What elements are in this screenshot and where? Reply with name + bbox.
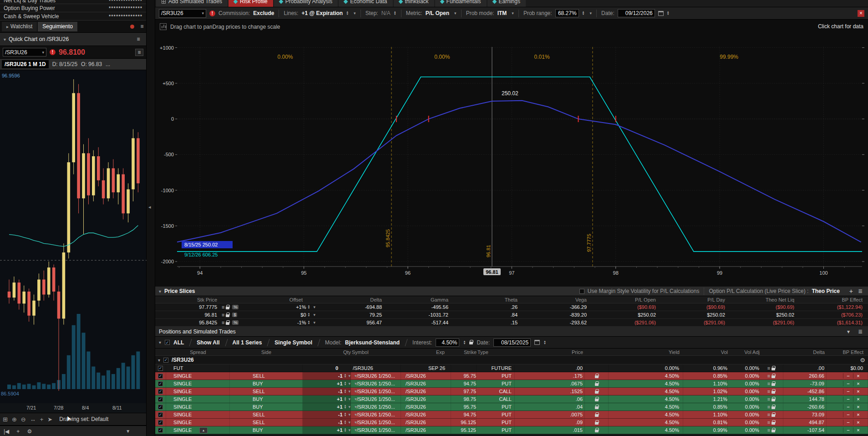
metric-value[interactable]: P/L Open [426, 10, 449, 16]
lock-icon[interactable] [595, 430, 599, 432]
collapse-icon[interactable]: ▾ [844, 328, 853, 335]
offset-mode-badge[interactable]: $ [232, 313, 237, 317]
interest-input[interactable]: 4.50% [436, 339, 459, 347]
cell-price[interactable]: .09 [515, 419, 585, 426]
cell-vol-adj[interactable]: 0.00% [728, 403, 760, 410]
chart-more-label[interactable]: ... [106, 61, 110, 67]
position-row[interactable]: ✓SINGLESELL-1▲▼▾▾/SR3U26 1/250.../SR3U26… [155, 419, 868, 426]
remove-row-button[interactable]: × [853, 412, 863, 417]
cell-offset[interactable]: $0▲▼▾ [246, 311, 319, 318]
qty-stepper[interactable]: ▲▼ [344, 389, 347, 394]
model-value[interactable]: Bjerksund-Stensland [345, 339, 400, 346]
collapse-row-button[interactable]: − [843, 373, 853, 379]
menu-icon[interactable]: ≡ [767, 420, 770, 425]
tab-earnings[interactable]: Earnings [487, 0, 526, 7]
position-row[interactable]: ✓SINGLESELL-1▲▼▾▾/SR3U26 1/250.../SR3U26… [155, 372, 868, 380]
position-row[interactable]: ✓SINGLEBUY+1▲▼▾▾/SR3U26 1/250.../SR3U269… [155, 380, 868, 388]
lock-icon[interactable] [772, 414, 775, 417]
chevron-down-icon[interactable]: ▾ [159, 340, 161, 345]
position-row[interactable]: ✓FUT0/SR3U26SEP 26FUTURE.000.00%0.96%0.0… [155, 364, 868, 372]
symbol-select[interactable]: /SR3U26 ▾ [159, 9, 206, 18]
collapse-row-button[interactable]: − [843, 389, 853, 394]
cell-price[interactable]: .0675 [515, 380, 585, 387]
gear-icon[interactable]: ⚙ [27, 428, 32, 435]
cell-qty[interactable]: +1▲▼▾ [303, 395, 351, 403]
offset-stepper[interactable]: ▲▼ [308, 313, 310, 317]
tab-fundamentals[interactable]: Fundamentals [435, 0, 487, 7]
cell-offset[interactable]: +1%▲▼▾ [246, 303, 319, 311]
collapse-row-button[interactable]: − [843, 396, 853, 402]
calendar-icon[interactable] [658, 11, 664, 16]
cell-offset[interactable]: -1%▲▼▾ [246, 319, 319, 326]
row-checkbox[interactable]: ✓ [158, 389, 163, 394]
chevron-down-icon[interactable]: ▾ [348, 374, 350, 378]
prob-mode-value[interactable]: ITM [497, 10, 507, 16]
lock-icon[interactable] [226, 322, 229, 325]
tab-probability-analysis[interactable]: Probability Analysis [274, 0, 338, 7]
offset-mode-badge[interactable]: % [232, 305, 239, 309]
cell-price[interactable]: .04 [515, 403, 585, 410]
collapse-row-button[interactable]: − [843, 404, 853, 410]
lock-icon[interactable] [772, 422, 775, 425]
menu-icon[interactable]: ≡ [222, 312, 224, 318]
cell-symbol[interactable]: ▾/SR3U26 1/250... [351, 411, 401, 418]
crosshair-icon[interactable]: + [40, 416, 44, 423]
lines-value[interactable]: +1 @ Expiration [301, 10, 343, 16]
lock-icon[interactable] [595, 391, 599, 394]
positions-menu-icon[interactable]: ≣ [856, 328, 864, 335]
gear-icon[interactable]: ⚙ [860, 357, 865, 364]
cell-price[interactable]: .015 [515, 426, 585, 434]
warning-icon[interactable]: ! [50, 49, 56, 55]
cell-vol-adj[interactable]: 0.00% [728, 364, 760, 372]
lock-icon[interactable] [772, 375, 775, 378]
cell-vol-adj[interactable]: 0.00% [728, 411, 760, 418]
interest-stepper[interactable]: ▲▼ [463, 340, 466, 345]
menu-icon[interactable]: ≡ [767, 381, 770, 386]
step-stepper[interactable]: ▲▼ [394, 11, 396, 15]
row-checkbox[interactable]: ✓ [158, 420, 163, 425]
menu-icon[interactable]: ≡ [767, 412, 770, 417]
cell-vol-adj[interactable]: 0.00% [728, 395, 760, 403]
lock-icon[interactable] [226, 314, 229, 317]
remove-row-button[interactable]: × [853, 404, 863, 410]
cell-vol-adj[interactable]: 0.00% [728, 419, 760, 426]
add-icon[interactable]: + [16, 428, 20, 435]
row-checkbox[interactable]: ✓ [158, 405, 163, 410]
position-row[interactable]: ✓SINGLESELL-1▲▼▾▾/SR3U26 1/250.../SR3U26… [155, 388, 868, 395]
menu-icon[interactable]: ≡ [767, 427, 770, 433]
risk-profile-chart[interactable]: 95.842596.8197.77750.00%0.00%0.01%99.99%… [155, 20, 868, 287]
position-row[interactable]: ✓SINGLEBUY+1▲▼▾▾/SR3U26 1/250.../SR3U269… [155, 403, 868, 411]
filter-show-all[interactable]: Show All [197, 339, 219, 346]
chevron-down-icon[interactable]: ▾ [454, 11, 457, 15]
lock-icon[interactable] [772, 399, 775, 401]
lock-icon[interactable] [772, 391, 775, 394]
chevron-down-icon[interactable]: ▾ [348, 405, 350, 409]
row-checkbox[interactable]: ✓ [158, 374, 163, 379]
menu-icon[interactable]: ≡ [767, 389, 770, 394]
pointer-icon[interactable]: ➤ [47, 416, 52, 423]
tab-seguimiento[interactable]: Seguimiento [38, 22, 77, 31]
margin-style-checkbox[interactable] [579, 289, 584, 294]
prob-range-stepper[interactable]: ▲▼ [582, 11, 585, 15]
slices-menu-icon[interactable]: ≣ [856, 287, 864, 295]
row-checkbox[interactable]: ✓ [158, 428, 163, 433]
chevron-down-icon[interactable]: ▾ [158, 358, 160, 363]
row-checkbox[interactable]: ✓ [158, 397, 163, 402]
pl-chart-svg[interactable]: 95.842596.8197.77750.00%0.00%0.01%99.99%… [155, 20, 868, 287]
position-row[interactable]: ✓SINGLEBUY+1▲▼▾▾/SR3U26 1/250.../SR3U269… [155, 426, 868, 434]
filter-series[interactable]: All 1 Series [233, 339, 262, 346]
cell-symbol[interactable]: /SR3U26 [351, 364, 401, 372]
positions-date-stepper[interactable]: ▲▼ [543, 340, 546, 345]
cell-symbol[interactable]: ▾/SR3U26 1/250... [351, 403, 401, 410]
tab-thinkback[interactable]: thinkBack [394, 0, 434, 7]
menu-icon[interactable]: ≡ [767, 365, 770, 371]
menu-icon[interactable]: ≡ [767, 373, 770, 379]
chevron-down-icon[interactable]: ▾ [159, 289, 161, 294]
zoom-out-icon[interactable]: ⊖ [21, 416, 26, 423]
step-value[interactable]: N/A [381, 10, 391, 16]
tab-risk-profile[interactable]: Risk Profile [228, 0, 273, 7]
cell-price[interactable]: .06 [515, 395, 585, 403]
chevron-down-icon[interactable]: ▾ [348, 389, 350, 394]
position-row[interactable]: ✓SINGLESELL-1▲▼▾▾/SR3U26 1/250.../SR3U26… [155, 411, 868, 419]
menu-icon[interactable]: ≡ [767, 396, 770, 402]
